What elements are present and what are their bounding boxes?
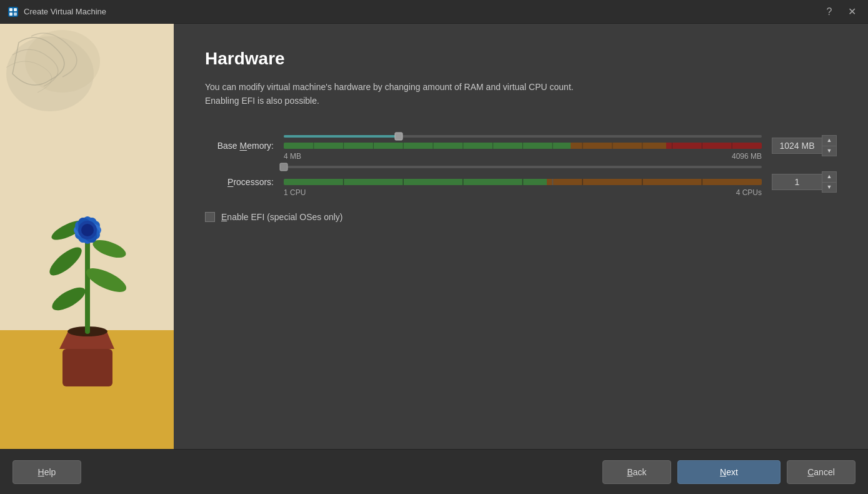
next-button[interactable]: Next — [677, 460, 781, 484]
svg-rect-1 — [9, 8, 12, 11]
efi-label: Enable EFI (special OSes only) — [221, 212, 343, 222]
app-icon — [7, 6, 19, 18]
processors-slider-composite: 1 CPU 4 CPUs — [284, 167, 762, 197]
cancel-button[interactable]: Cancel — [787, 460, 856, 484]
memory-spinbox: 1024 MB ▲ ▼ — [772, 135, 837, 156]
help-button-title[interactable]: ? — [821, 3, 838, 21]
processors-label: Processors: — [205, 177, 274, 187]
memory-decrement-button[interactable]: ▼ — [822, 146, 836, 156]
efi-row: Enable EFI (special OSes only) — [205, 212, 837, 222]
memory-value: 1024 MB — [772, 138, 822, 154]
memory-range-labels: 4 MB 4096 MB — [284, 152, 762, 161]
processors-color-bar — [284, 179, 762, 185]
svg-point-7 — [25, 30, 100, 93]
page-title: Hardware — [205, 49, 837, 69]
navigation-buttons: Back Next Cancel — [602, 460, 856, 484]
back-button[interactable]: Back — [602, 460, 671, 484]
window-title: Create Virtual Machine — [24, 7, 821, 16]
close-button[interactable]: ✕ — [843, 3, 861, 21]
memory-color-bar — [284, 143, 762, 149]
memory-increment-button[interactable]: ▲ — [822, 136, 836, 146]
title-bar: Create Virtual Machine ? ✕ — [0, 0, 868, 24]
processors-spinbox: 1 ▲ ▼ — [772, 171, 837, 193]
svg-point-23 — [81, 224, 94, 236]
hardware-section: Base Memory: — [205, 131, 837, 436]
svg-rect-2 — [14, 8, 17, 11]
svg-rect-9 — [62, 349, 112, 386]
svg-rect-3 — [9, 13, 12, 16]
bottom-bar: Help Back Next Cancel — [0, 449, 868, 494]
right-panel: Hardware You can modify virtual machine'… — [174, 24, 868, 449]
processors-slider-handle-row — [284, 167, 762, 178]
processors-control-row: Processors: — [205, 167, 837, 197]
memory-control-row: Base Memory: — [205, 131, 837, 161]
svg-rect-4 — [14, 13, 17, 16]
efi-checkbox[interactable] — [205, 212, 215, 222]
title-bar-controls: ? ✕ — [821, 3, 861, 21]
processors-value: 1 — [772, 174, 822, 190]
processors-range-labels: 1 CPU 4 CPUs — [284, 188, 762, 197]
memory-slider-handle-row — [284, 131, 762, 142]
illustration-panel — [0, 24, 174, 449]
processors-spinbox-buttons: ▲ ▼ — [822, 171, 837, 193]
memory-spinbox-buttons: ▲ ▼ — [822, 135, 837, 156]
main-content: Hardware You can modify virtual machine'… — [0, 24, 868, 449]
processors-increment-button[interactable]: ▲ — [822, 172, 836, 182]
processors-decrement-button[interactable]: ▼ — [822, 182, 836, 192]
memory-label: Base Memory: — [205, 141, 274, 151]
help-button[interactable]: Help — [12, 460, 81, 484]
page-description: You can modify virtual machine's hardwar… — [205, 80, 837, 108]
memory-slider-composite: 4 MB 4096 MB — [284, 131, 762, 161]
